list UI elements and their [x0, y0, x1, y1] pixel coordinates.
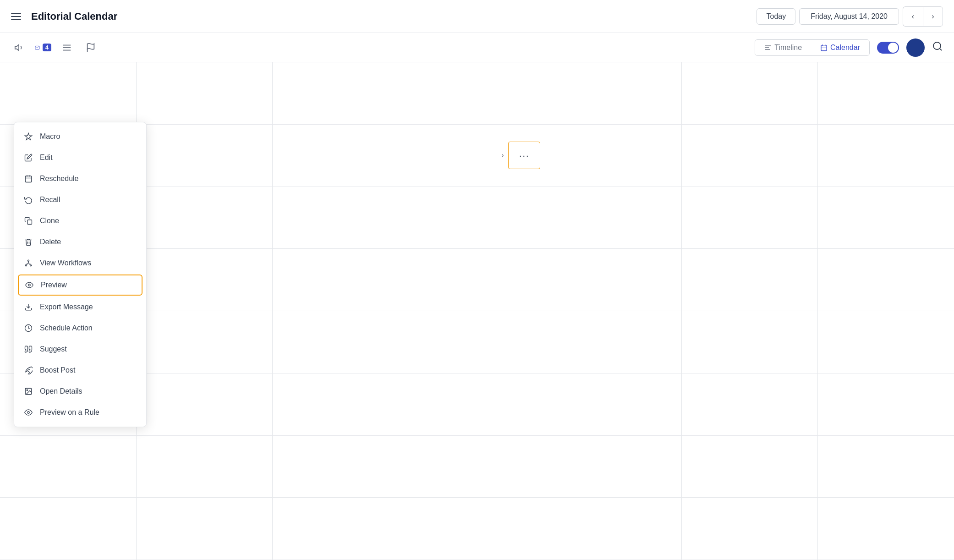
calendar-cell: [818, 373, 954, 435]
calendar-cell: [818, 62, 954, 124]
menu-item-preview-on-rule-label: Preview on a Rule: [40, 408, 99, 417]
reschedule-icon: [23, 174, 33, 184]
calendar-cell: [818, 498, 954, 560]
calendar-cell: [409, 249, 546, 311]
calendar-cell: [273, 62, 409, 124]
menu-item-export-message[interactable]: Export Message: [14, 296, 146, 318]
clone-icon: [23, 216, 33, 226]
calendar-cell: [409, 436, 546, 498]
menu-item-open-details-label: Open Details: [40, 387, 82, 395]
date-navigation: Today Friday, August 14, 2020 ‹ ›: [757, 6, 943, 27]
toggle-thumb: [888, 43, 898, 53]
menu-item-preview-on-rule[interactable]: Preview on a Rule: [14, 402, 146, 423]
toolbar: 4: [0, 33, 954, 62]
view-workflows-icon: [23, 258, 33, 268]
calendar-row: [0, 62, 954, 125]
macro-icon: [23, 132, 33, 142]
delete-icon: [23, 237, 33, 247]
menu-item-macro[interactable]: Macro: [14, 126, 146, 147]
preview-icon: [24, 280, 34, 290]
open-details-icon: [23, 386, 33, 396]
menu-item-suggest[interactable]: Suggest: [14, 339, 146, 360]
calendar-cell: [0, 498, 137, 560]
calendar-cell: [273, 125, 409, 187]
calendar-cell: [545, 125, 682, 187]
calendar-cell: [682, 62, 818, 124]
calendar-cell: [682, 311, 818, 373]
menu-item-edit-label: Edit: [40, 154, 53, 162]
menu-item-recall[interactable]: Recall: [14, 189, 146, 210]
calendar-cell: [273, 436, 409, 498]
calendar-cell: [409, 498, 546, 560]
announce-icon[interactable]: [11, 39, 27, 56]
calendar-cell: [818, 249, 954, 311]
menu-button[interactable]: [11, 13, 24, 20]
calendar-cell: › ···: [409, 125, 546, 187]
calendar-view-button[interactable]: Calendar: [811, 40, 869, 55]
svg-point-23: [28, 284, 31, 286]
calendar-cell: [273, 187, 409, 249]
toggle-track[interactable]: [877, 42, 899, 54]
calendar-cell: [545, 249, 682, 311]
menu-item-delete-label: Delete: [40, 238, 61, 246]
menu-item-view-workflows[interactable]: View Workflows: [14, 253, 146, 274]
menu-item-boost-post[interactable]: Boost Post: [14, 360, 146, 381]
calendar-cell: [545, 436, 682, 498]
menu-item-schedule-action[interactable]: Schedule Action: [14, 318, 146, 339]
calendar-cell: [137, 498, 273, 560]
event-card[interactable]: › ···: [508, 142, 540, 169]
menu-item-clone[interactable]: Clone: [14, 210, 146, 231]
view-toggle: Timeline Calendar: [755, 39, 870, 56]
date-display: Friday, August 14, 2020: [799, 8, 899, 25]
avatar[interactable]: [906, 38, 925, 57]
calendar-cell: [273, 249, 409, 311]
edit-icon: [23, 153, 33, 163]
calendar-cell: [682, 187, 818, 249]
next-button[interactable]: ›: [923, 6, 943, 27]
toggle-switch[interactable]: [877, 42, 899, 54]
menu-item-open-details[interactable]: Open Details: [14, 381, 146, 402]
calendar-cell: [682, 373, 818, 435]
timeline-view-button[interactable]: Timeline: [755, 40, 811, 55]
event-arrow-icon: ›: [501, 151, 504, 159]
menu-item-reschedule[interactable]: Reschedule: [14, 168, 146, 189]
menu-item-delete[interactable]: Delete: [14, 231, 146, 253]
calendar-cell: [818, 187, 954, 249]
app-header: Editorial Calendar Today Friday, August …: [0, 0, 954, 33]
calendar-cell: [545, 62, 682, 124]
calendar-row: [0, 498, 954, 560]
current-date: Friday, August 14, 2020: [811, 12, 888, 21]
svg-point-28: [27, 390, 27, 390]
calendar-cell: [273, 311, 409, 373]
svg-point-13: [933, 42, 941, 49]
suggest-icon: [23, 344, 33, 354]
menu-item-boost-post-label: Boost Post: [40, 366, 75, 374]
calendar-cell: [545, 373, 682, 435]
calendar-cell: [137, 436, 273, 498]
calendar-cell: [682, 436, 818, 498]
today-button[interactable]: Today: [757, 8, 795, 25]
menu-item-clone-label: Clone: [40, 217, 59, 225]
svg-point-26: [29, 369, 30, 370]
flag-icon[interactable]: [82, 39, 99, 56]
prev-button[interactable]: ‹: [903, 6, 923, 27]
schedule-action-icon: [23, 323, 33, 333]
calendar-cell: [137, 373, 273, 435]
search-icon[interactable]: [932, 41, 943, 55]
menu-item-preview[interactable]: Preview: [18, 275, 143, 296]
main-content: › ···: [0, 62, 954, 560]
menu-item-suggest-label: Suggest: [40, 345, 67, 353]
menu-item-edit[interactable]: Edit: [14, 147, 146, 168]
calendar-cell: [409, 373, 546, 435]
calendar-cell: [137, 311, 273, 373]
mail-icon[interactable]: 4: [35, 39, 51, 56]
nav-arrows: ‹ ›: [903, 6, 943, 27]
calendar-cell: [273, 373, 409, 435]
list-icon[interactable]: [59, 39, 75, 56]
toolbar-left: 4: [11, 39, 747, 56]
svg-rect-9: [821, 45, 827, 50]
calendar-cell: [137, 62, 273, 124]
svg-point-22: [30, 265, 32, 266]
app-title: Editorial Calendar: [31, 11, 117, 22]
menu-item-view-workflows-label: View Workflows: [40, 259, 91, 267]
